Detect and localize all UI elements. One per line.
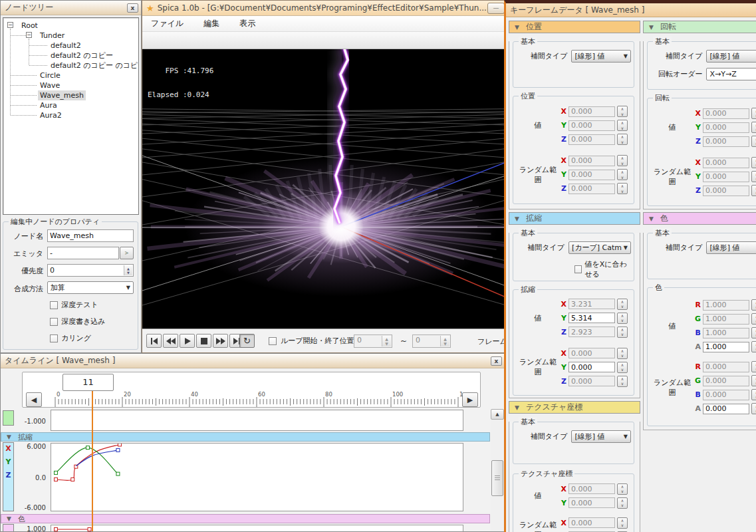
spinner-down-icon[interactable]: ∨	[618, 489, 627, 494]
spinner-down-icon[interactable]: ∨	[752, 128, 756, 133]
spinner[interactable]: ∧∨	[751, 136, 756, 147]
menu-edit[interactable]: 編集	[203, 18, 219, 29]
value-input[interactable]	[568, 106, 615, 117]
minimize-button[interactable]: —	[487, 3, 505, 14]
interp-type-dropdown[interactable]: [線形] 値 ▼	[571, 430, 631, 443]
spinner-up-icon[interactable]: ∧	[752, 362, 756, 367]
loop-start-spinner[interactable]: 0 ▲▼	[354, 334, 392, 348]
value-input[interactable]	[703, 314, 749, 325]
priority-spinner[interactable]: 0 ▲▼	[47, 264, 134, 277]
spinner-down-icon[interactable]: ∨	[618, 140, 627, 145]
value-input[interactable]	[568, 313, 615, 323]
spinner-up-icon[interactable]: ∧	[618, 362, 627, 368]
spinner-arrows-icon[interactable]: ▲▼	[124, 265, 132, 275]
value-input[interactable]	[703, 300, 749, 311]
spinner-down-icon[interactable]: ∨	[752, 305, 756, 311]
interp-type-dropdown[interactable]: [カーブ] Catmull ▼	[568, 241, 631, 254]
spinner-up-icon[interactable]: ∧	[752, 390, 756, 395]
spinner-up-icon[interactable]: ∧	[618, 376, 627, 382]
spinner-up-icon[interactable]: ∧	[752, 328, 756, 333]
emitter-input[interactable]	[47, 247, 119, 259]
spinner-up-icon[interactable]: ∧	[618, 106, 627, 112]
tree-item[interactable]: Root	[19, 21, 40, 31]
section-scale-header[interactable]: ▼ 拡縮	[509, 212, 640, 225]
spinner-down-icon[interactable]: ∨	[618, 367, 627, 372]
spinner[interactable]: ∧∨	[751, 157, 756, 168]
spinner[interactable]: ∧∨	[617, 299, 628, 310]
node-name-input[interactable]	[47, 229, 134, 242]
spinner-up-icon[interactable]: ∧	[618, 327, 627, 332]
spinner-down-icon[interactable]: ∨	[618, 318, 627, 323]
spinner-arrows-icon[interactable]: ▲▼	[382, 336, 391, 346]
spinner-up-icon[interactable]: ∧	[752, 158, 756, 163]
value-input[interactable]	[703, 390, 749, 400]
spinner-down-icon[interactable]: ∨	[752, 114, 756, 119]
spinner[interactable]: ∧∨	[617, 313, 628, 324]
value-input[interactable]	[703, 186, 749, 196]
collapse-icon[interactable]: ▼	[515, 24, 519, 31]
spinner[interactable]: ∧∨	[751, 313, 756, 325]
loop-range-checkbox[interactable]	[269, 337, 277, 345]
spinner-up-icon[interactable]: ∧	[618, 348, 627, 354]
value-input[interactable]	[568, 156, 615, 166]
value-input[interactable]	[703, 376, 749, 386]
spinner-up-icon[interactable]: ∧	[618, 156, 627, 161]
value-input[interactable]	[568, 376, 615, 386]
value-input[interactable]	[568, 120, 615, 131]
spinner-down-icon[interactable]: ∨	[752, 395, 756, 400]
spinner-down-icon[interactable]: ∨	[618, 161, 627, 166]
spinner-up-icon[interactable]: ∧	[618, 134, 627, 140]
tree-item[interactable]: default2 のコピー	[49, 51, 115, 61]
scrollbar-thumb[interactable]	[491, 460, 503, 496]
viewport[interactable]: FPS :41.796 Elapsed :0.024	[142, 49, 506, 329]
spinner[interactable]: ∧∨	[617, 497, 628, 509]
spinner[interactable]: ∧∨	[751, 299, 756, 311]
close-icon[interactable]: x	[491, 356, 502, 366]
spinner-up-icon[interactable]: ∧	[618, 484, 627, 489]
menu-view[interactable]: 表示	[239, 18, 255, 29]
tree-item[interactable]: Aura2	[38, 110, 64, 120]
tree-item[interactable]: Tunder	[38, 31, 66, 41]
spinner-down-icon[interactable]: ∨	[752, 191, 756, 196]
spinner-down-icon[interactable]: ∨	[618, 332, 627, 337]
spinner-up-icon[interactable]: ∧	[752, 186, 756, 191]
track-plot-scale[interactable]	[51, 443, 463, 511]
collapse-icon[interactable]: ▼	[515, 215, 519, 222]
value-input[interactable]	[703, 108, 749, 119]
value-input[interactable]	[568, 497, 615, 508]
spinner[interactable]: ∧∨	[617, 155, 628, 166]
spinner-up-icon[interactable]: ∧	[752, 136, 756, 142]
tree-item[interactable]: Wave	[38, 80, 62, 90]
scrollbar-up-button[interactable]: ▲	[491, 409, 504, 420]
collapse-icon[interactable]: ▼	[649, 215, 654, 222]
spinner[interactable]: ∧∨	[751, 403, 756, 414]
spinner[interactable]: ∧∨	[751, 341, 756, 352]
collapse-icon[interactable]: ▼	[7, 515, 11, 522]
spinner-down-icon[interactable]: ∨	[618, 503, 627, 508]
interp-type-dropdown[interactable]: [線形] 値 ▼	[571, 50, 631, 63]
tree-item[interactable]: Aura	[38, 100, 59, 110]
node-tree-titlebar[interactable]: ノードツリー x	[1, 1, 141, 15]
value-input[interactable]	[568, 299, 615, 309]
spinner[interactable]: ∧∨	[751, 389, 756, 400]
fit-x-row[interactable]: 値をXに合わせる	[574, 259, 634, 279]
spinner-up-icon[interactable]: ∧	[752, 172, 756, 177]
spinner-down-icon[interactable]: ∨	[752, 142, 756, 147]
loop-toggle-button[interactable]: ↻	[239, 334, 255, 348]
spinner-down-icon[interactable]: ∨	[618, 381, 627, 386]
value-input[interactable]	[703, 342, 749, 352]
current-frame-box[interactable]: 11	[63, 374, 114, 391]
spinner-up-icon[interactable]: ∧	[618, 170, 627, 175]
stop-button[interactable]	[196, 334, 211, 348]
spinner-down-icon[interactable]: ∨	[752, 367, 756, 372]
spinner[interactable]: ∧∨	[617, 120, 628, 131]
spinner-down-icon[interactable]: ∨	[752, 381, 756, 386]
spinner-down-icon[interactable]: ∨	[752, 177, 756, 182]
value-input[interactable]	[568, 483, 615, 494]
depth-test-checkbox[interactable]	[50, 301, 58, 309]
scroll-right-button[interactable]: ▶	[462, 392, 478, 407]
loop-end-spinner[interactable]: 0 ▲▼	[412, 334, 451, 348]
spinner-up-icon[interactable]: ∧	[618, 518, 627, 523]
collapse-icon[interactable]: ▼	[7, 434, 11, 440]
interp-type-dropdown[interactable]: [線形] 値 ▼	[706, 241, 756, 254]
